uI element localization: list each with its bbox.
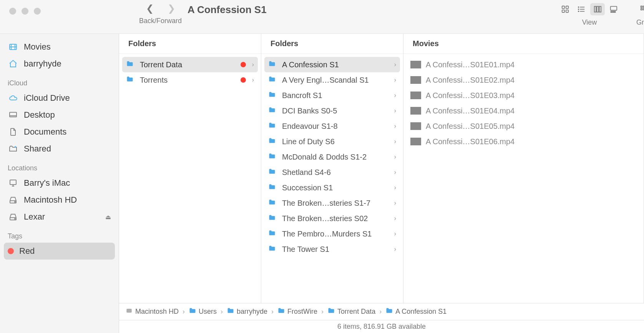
item-name: The Broken…steries S1-7 [282,199,391,208]
file-row[interactable]: A Confessi…S01E06.mp4 [407,134,641,149]
item-name: Torrent Data [140,60,241,69]
column-body[interactable]: Torrent Data›Torrents› [119,54,261,303]
computer-icon [8,178,18,188]
svg-point-8 [578,9,579,10]
chevron-right-icon: › [394,200,396,206]
view-column-button[interactable] [590,3,605,15]
sidebar-item-shared[interactable]: Shared [0,140,119,157]
path-separator: › [271,308,274,316]
folder-row[interactable]: Torrents› [122,72,258,88]
column-body[interactable]: A Confessi…S01E01.mp4A Confessi…S01E02.m… [403,54,644,303]
path-segment[interactable]: barryhyde [227,307,267,316]
svg-rect-16 [614,12,616,13]
sidebar-item-imac[interactable]: Barry's iMac [0,175,119,191]
group-label: Grou [636,18,644,27]
folder-row[interactable]: A Confession S1› [264,57,400,72]
svg-rect-3 [566,10,568,12]
folder-row[interactable]: The Tower S1› [264,241,400,257]
cloud-icon [8,93,18,103]
close-window-button[interactable] [9,8,16,15]
columns-area: FoldersTorrent Data›Torrents›FoldersA Co… [119,34,644,333]
sidebar-item-iclouddrive[interactable]: iCloud Drive [0,90,119,107]
sidebar-item-documents[interactable]: Documents [0,123,119,140]
back-button[interactable]: ❮ [143,3,157,14]
file-row[interactable]: A Confessi…S01E04.mp4 [407,103,641,118]
chevron-right-icon: › [394,92,396,99]
file-row[interactable]: A Confessi…S01E01.mp4 [407,57,641,72]
svg-rect-35 [126,309,131,313]
eject-icon[interactable]: ⏏ [105,213,111,221]
item-name: A Confessi…S01E06.mp4 [426,137,637,146]
sidebar-item-machd[interactable]: Macintosh HD [0,191,119,208]
file-row[interactable]: A Confessi…S01E03.mp4 [407,88,641,103]
chevron-right-icon: › [394,107,396,114]
svg-point-32 [15,201,15,202]
view-list-button[interactable] [574,3,589,15]
path-label: barryhyde [237,308,267,316]
folder-row[interactable]: Torrent Data› [122,57,258,72]
group-button[interactable] [637,3,644,15]
path-separator: › [379,308,382,316]
svg-rect-14 [611,12,612,13]
window-controls [0,3,41,15]
chevron-right-icon: › [394,184,396,191]
folder-row[interactable]: Bancroft S1› [264,88,400,103]
file-row[interactable]: A Confessi…S01E02.mp4 [407,72,641,88]
path-separator: › [183,308,185,316]
folder-row[interactable]: Endeavour S1-8› [264,118,400,134]
forward-button[interactable]: ❯ [164,3,178,14]
svg-rect-27 [10,112,17,117]
path-segment[interactable]: Users [189,307,217,316]
svg-rect-10 [594,7,596,12]
view-icon-button[interactable] [558,3,573,15]
disk-icon [125,307,133,316]
tag-red-icon [241,77,246,83]
sidebar-item-movies[interactable]: Movies [0,38,119,55]
item-name: A Very Engl…Scandal S1 [282,76,391,85]
view-gallery-button[interactable] [606,3,621,15]
folder-row[interactable]: Line of Duty S6› [264,134,400,149]
folder-icon [268,122,277,131]
sidebar-section-header: Tags [0,225,119,243]
folder-row[interactable]: DCI Banks S0-5› [264,103,400,118]
folder-icon [385,307,393,316]
folder-row[interactable]: The Broken…steries S1-7› [264,195,400,211]
video-file-icon [410,61,421,68]
folder-row[interactable]: Succession S1› [264,180,400,195]
minimize-window-button[interactable] [22,8,28,15]
chevron-right-icon: › [394,61,396,68]
column-header: Movies [403,34,644,54]
folder-row[interactable]: The Pembro…Murders S1› [264,226,400,241]
folder-icon [268,137,277,147]
folder-icon [268,245,277,254]
folder-icon [268,91,277,100]
zoom-window-button[interactable] [34,8,41,15]
sidebar-item-home[interactable]: barryhyde [0,55,119,72]
folder-icon [268,214,277,223]
desktop-icon [8,110,18,120]
view-label: View [582,18,597,27]
path-segment[interactable]: FrostWire [277,307,317,316]
path-segment[interactable]: Torrent Data [327,307,375,316]
shared-icon [8,144,18,153]
folder-row[interactable]: A Very Engl…Scandal S1› [264,72,400,88]
svg-rect-2 [562,10,564,12]
path-segment[interactable]: Macintosh HD [125,307,179,316]
column-body[interactable]: A Confession S1›A Very Engl…Scandal S1›B… [261,54,403,303]
chevron-right-icon: › [394,153,396,160]
file-row[interactable]: A Confessi…S01E05.mp4 [407,118,641,134]
sidebar-item-desktop[interactable]: Desktop [0,107,119,123]
chevron-right-icon: › [394,246,396,253]
item-name: Bancroft S1 [282,91,391,100]
folder-row[interactable]: McDonald & Dodds S1-2› [264,149,400,165]
chevron-right-icon: › [252,77,254,83]
sidebar-item-lexar[interactable]: Lexar⏏ [0,208,119,225]
sidebar-item-red[interactable]: Red [4,243,115,260]
folder-row[interactable]: The Broken…steries S02› [264,211,400,226]
video-file-icon [410,76,421,84]
item-name: McDonald & Dodds S1-2 [282,153,391,162]
path-separator: › [221,308,223,316]
path-segment[interactable]: A Confession S1 [385,307,446,316]
folder-row[interactable]: Shetland S4-6› [264,165,400,180]
folder-icon [268,198,277,208]
